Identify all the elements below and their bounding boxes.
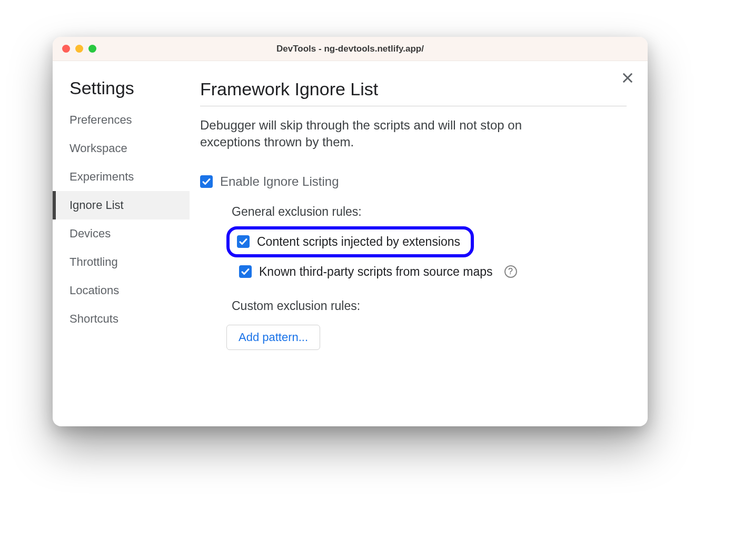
maximize-window-button[interactable] <box>88 45 96 53</box>
page-title: Framework Ignore List <box>200 79 627 106</box>
page-description: Debugger will skip through the scripts a… <box>200 117 584 151</box>
sidebar-item-label: Shortcuts <box>70 312 118 325</box>
content-scripts-label: Content scripts injected by extensions <box>257 235 460 249</box>
sidebar-title: Settings <box>53 78 190 106</box>
window-title: DevTools - ng-devtools.netlify.app/ <box>53 44 648 54</box>
sidebar-item-label: Throttling <box>70 255 118 268</box>
settings-sidebar: Settings Preferences Workspace Experimen… <box>53 61 190 426</box>
third-party-label: Known third-party scripts from source ma… <box>259 265 493 279</box>
sidebar-item-shortcuts[interactable]: Shortcuts <box>53 305 190 333</box>
sidebar-item-label: Locations <box>70 284 119 297</box>
custom-exclusion-label: Custom exclusion rules: <box>232 299 627 313</box>
enable-ignore-listing-label: Enable Ignore Listing <box>220 174 339 189</box>
enable-ignore-listing-row: Enable Ignore Listing <box>200 174 627 189</box>
sidebar-item-ignore-list[interactable]: Ignore List <box>53 191 190 219</box>
third-party-rule-row: Known third-party scripts from source ma… <box>232 261 627 283</box>
help-icon[interactable]: ? <box>504 265 517 278</box>
content-scripts-rule-row: Content scripts injected by extensions <box>226 226 474 257</box>
content-scripts-checkbox[interactable] <box>237 235 250 248</box>
close-icon[interactable] <box>620 71 635 85</box>
sidebar-item-throttling[interactable]: Throttling <box>53 248 190 276</box>
sidebar-item-workspace[interactable]: Workspace <box>53 134 190 163</box>
add-pattern-button[interactable]: Add pattern... <box>226 325 320 350</box>
sidebar-item-label: Devices <box>70 227 111 240</box>
titlebar: DevTools - ng-devtools.netlify.app/ <box>53 37 648 61</box>
general-exclusion-label: General exclusion rules: <box>232 205 627 219</box>
sidebar-item-label: Experiments <box>70 170 134 183</box>
sidebar-item-experiments[interactable]: Experiments <box>53 163 190 191</box>
main-panel: Framework Ignore List Debugger will skip… <box>190 61 648 426</box>
sidebar-item-locations[interactable]: Locations <box>53 276 190 305</box>
sidebar-item-label: Workspace <box>70 142 127 155</box>
third-party-checkbox[interactable] <box>239 265 252 278</box>
add-pattern-label: Add pattern... <box>239 331 308 344</box>
minimize-window-button[interactable] <box>75 45 83 53</box>
sidebar-item-label: Ignore List <box>70 198 124 212</box>
close-window-button[interactable] <box>62 45 70 53</box>
enable-ignore-listing-checkbox[interactable] <box>200 175 213 188</box>
traffic-lights <box>62 45 96 53</box>
settings-window: DevTools - ng-devtools.netlify.app/ Sett… <box>53 37 648 426</box>
sidebar-item-preferences[interactable]: Preferences <box>53 106 190 134</box>
content-area: Settings Preferences Workspace Experimen… <box>53 61 648 426</box>
sidebar-item-label: Preferences <box>70 113 132 126</box>
sidebar-item-devices[interactable]: Devices <box>53 219 190 248</box>
